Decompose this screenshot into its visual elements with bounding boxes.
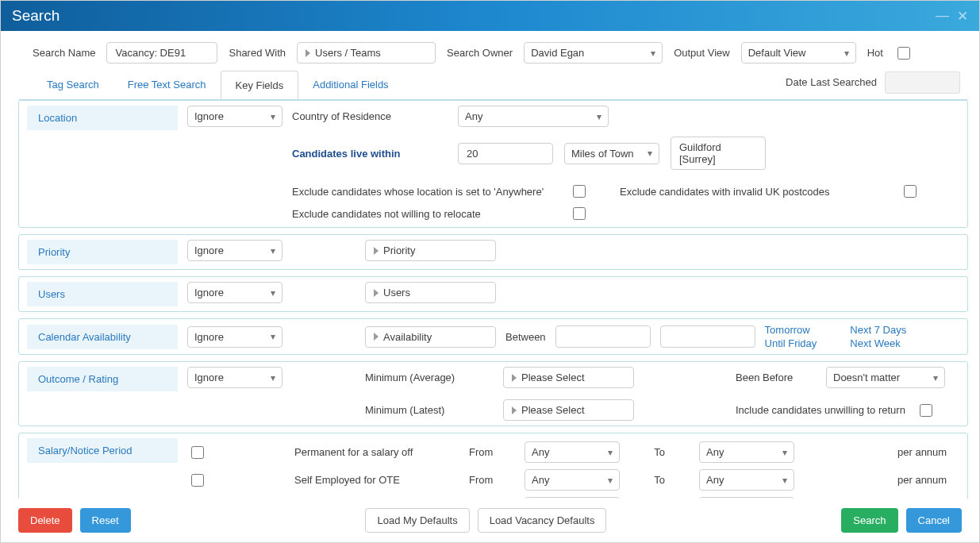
distance-input[interactable]: 20 xyxy=(458,143,553,164)
section-users: Users Ignore▾ Users xyxy=(18,276,968,312)
cancel-button[interactable]: Cancel xyxy=(906,508,962,533)
link-next-7-days[interactable]: Next 7 Days xyxy=(850,324,906,336)
salary-label: Salary/Notice Period xyxy=(27,438,178,463)
exclude-relocate-label: Exclude candidates not willing to reloca… xyxy=(292,208,554,220)
tabs-row: Tag Search Free Text Search Key Fields A… xyxy=(1,70,979,99)
exclude-postcodes-checkbox[interactable] xyxy=(904,185,917,198)
delete-button[interactable]: Delete xyxy=(18,508,72,533)
users-picker[interactable]: Users xyxy=(365,282,496,303)
outcome-label: Outcome / Rating xyxy=(27,367,178,391)
priority-picker[interactable]: Priority xyxy=(365,240,496,261)
triangle-right-icon xyxy=(374,333,379,341)
permanent-from-select[interactable]: Any▾ xyxy=(525,441,620,463)
output-view-label: Output View xyxy=(674,47,730,59)
top-controls-row: Search Name Vacancy: DE91 Shared With Us… xyxy=(1,31,979,70)
hot-checkbox[interactable] xyxy=(897,47,910,60)
outcome-ignore-select[interactable]: Ignore▾ xyxy=(187,367,282,388)
from-label: From xyxy=(469,446,509,458)
permanent-checkbox[interactable] xyxy=(191,446,204,459)
calendar-ignore-select[interactable]: Ignore▾ xyxy=(187,326,282,348)
reset-button[interactable]: Reset xyxy=(80,508,131,533)
triangle-right-icon xyxy=(374,289,379,297)
self-employed-checkbox[interactable] xyxy=(191,474,204,487)
chevron-down-icon: ▾ xyxy=(651,48,655,59)
section-priority: Priority Ignore▾ Priority xyxy=(18,234,968,270)
priority-ignore-select[interactable]: Ignore▾ xyxy=(187,240,282,261)
triangle-right-icon xyxy=(512,406,517,414)
to-label: To xyxy=(636,474,683,486)
temp-from-select[interactable]: Any▾ xyxy=(525,497,620,499)
between-to-input[interactable] xyxy=(660,325,755,348)
search-name-input[interactable]: Vacancy: DE91 xyxy=(106,42,217,64)
tab-additional-fields[interactable]: Additional Fields xyxy=(298,71,402,98)
footer: Delete Reset Load My Defaults Load Vacan… xyxy=(1,499,979,542)
exclude-anywhere-checkbox[interactable] xyxy=(573,185,586,198)
triangle-right-icon xyxy=(374,247,379,255)
load-my-defaults-button[interactable]: Load My Defaults xyxy=(365,508,469,533)
self-employed-label: Self Employed for OTE xyxy=(294,474,453,486)
tab-free-text[interactable]: Free Text Search xyxy=(113,71,221,98)
location-ignore-select[interactable]: Ignore▾ xyxy=(187,106,282,127)
triangle-right-icon xyxy=(306,49,310,57)
distance-unit-select[interactable]: Miles of Town▾ xyxy=(564,143,659,164)
from-label: From xyxy=(469,474,509,486)
titlebar: Search — ✕ xyxy=(1,1,979,31)
shared-with-picker[interactable]: Users / Teams xyxy=(297,42,436,64)
section-calendar: Calendar Availability Ignore▾ Availabili… xyxy=(18,318,968,355)
link-tomorrow[interactable]: Tomorrow xyxy=(765,324,817,336)
shared-with-label: Shared With xyxy=(229,47,286,59)
chevron-down-icon: ▾ xyxy=(782,447,787,458)
permanent-label: Permanent for a salary off xyxy=(294,446,453,458)
between-from-input[interactable] xyxy=(555,325,651,348)
town-input[interactable]: Guildford [Surrey] xyxy=(671,137,766,170)
unwilling-return-label: Include candidates unwilling to return xyxy=(736,404,905,416)
chevron-down-icon: ▾ xyxy=(608,475,613,486)
tab-tag-search[interactable]: Tag Search xyxy=(33,71,113,98)
section-salary: Salary/Notice Period Permanent for a sal… xyxy=(18,433,968,499)
section-outcome: Outcome / Rating Ignore▾ Minimum (Averag… xyxy=(18,361,968,426)
load-vacancy-defaults-button[interactable]: Load Vacancy Defaults xyxy=(478,508,607,533)
been-before-select[interactable]: Doesn't matter▾ xyxy=(826,367,945,388)
search-button[interactable]: Search xyxy=(841,508,897,533)
candidates-live-within-label: Candidates live within xyxy=(292,148,447,160)
date-last-searched-label: Date Last Searched xyxy=(786,76,877,88)
priority-label: Priority xyxy=(27,240,178,264)
chevron-down-icon: ▾ xyxy=(271,372,275,383)
self-from-select[interactable]: Any▾ xyxy=(525,469,620,491)
min-avg-select[interactable]: Please Select xyxy=(503,367,634,388)
temp-to-select[interactable]: Any▾ xyxy=(699,497,794,499)
tab-key-fields[interactable]: Key Fields xyxy=(221,71,299,100)
users-ignore-select[interactable]: Ignore▾ xyxy=(187,282,282,303)
availability-picker[interactable]: Availability xyxy=(365,326,496,348)
window-title: Search xyxy=(12,7,60,25)
min-latest-select[interactable]: Please Select xyxy=(503,399,634,421)
minimize-icon[interactable]: — xyxy=(936,8,949,24)
exclude-anywhere-label: Exclude candidates whose location is set… xyxy=(292,186,554,198)
self-unit: per annum xyxy=(897,474,968,486)
unwilling-return-checkbox[interactable] xyxy=(920,404,932,417)
chevron-down-icon: ▾ xyxy=(271,245,275,256)
location-label: Location xyxy=(27,106,178,130)
between-label: Between xyxy=(505,331,546,343)
link-next-week[interactable]: Next Week xyxy=(850,337,906,349)
form-scroll-area[interactable]: Location Ignore▾ Country of Residence An… xyxy=(18,99,968,499)
search-name-label: Search Name xyxy=(33,47,95,59)
search-owner-select[interactable]: David Egan▾ xyxy=(524,42,663,64)
min-latest-label: Minimum (Latest) xyxy=(365,404,492,416)
section-location: Location Ignore▾ Country of Residence An… xyxy=(18,100,968,228)
chevron-down-icon: ▾ xyxy=(271,111,275,122)
link-until-friday[interactable]: Until Friday xyxy=(765,337,817,349)
chevron-down-icon: ▾ xyxy=(597,111,601,122)
permanent-to-select[interactable]: Any▾ xyxy=(699,441,794,463)
chevron-down-icon: ▾ xyxy=(933,372,938,383)
output-view-select[interactable]: Default View▾ xyxy=(741,42,856,64)
country-select[interactable]: Any▾ xyxy=(458,106,609,127)
calendar-label: Calendar Availability xyxy=(27,325,178,349)
close-icon[interactable]: ✕ xyxy=(957,8,968,25)
permanent-unit: per annum xyxy=(897,446,968,458)
chevron-down-icon: ▾ xyxy=(271,331,275,342)
chevron-down-icon: ▾ xyxy=(648,148,652,159)
self-to-select[interactable]: Any▾ xyxy=(699,469,794,491)
exclude-relocate-checkbox[interactable] xyxy=(573,207,586,220)
search-owner-label: Search Owner xyxy=(447,47,513,59)
